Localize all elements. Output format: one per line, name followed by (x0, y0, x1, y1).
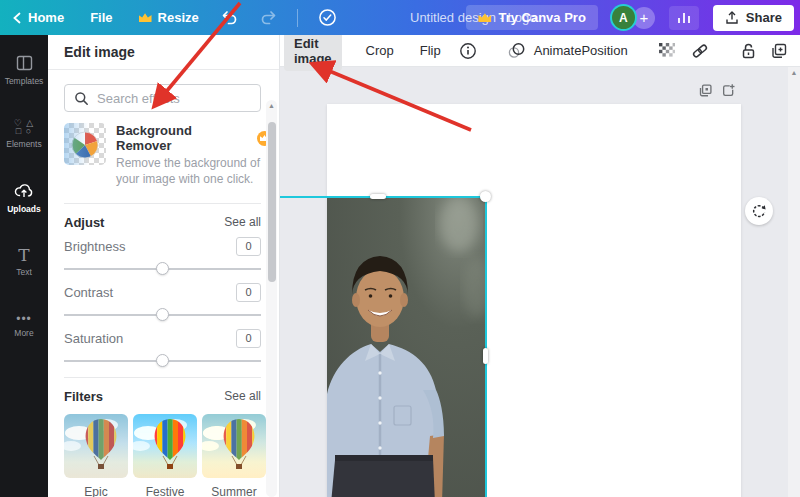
crown-icon (478, 13, 491, 22)
file-label: File (90, 10, 112, 25)
sidebar-item-text[interactable]: T Text (0, 233, 48, 291)
background-remover-item[interactable]: Background Remover Remove the background… (64, 123, 261, 188)
sidebar-item-uploads[interactable]: Uploads (0, 169, 48, 227)
crop-button[interactable]: Crop (366, 43, 394, 58)
elements-icon: ♡ △ □ ○ (14, 119, 35, 135)
panel-scrollbar[interactable]: ▲ (266, 100, 277, 497)
scroll-up-arrow-icon[interactable]: ▲ (788, 69, 800, 76)
sidebar-item-label: Uploads (7, 204, 41, 214)
canvas-area[interactable]: ▲ (280, 67, 800, 497)
sidebar: Templates ♡ △ □ ○ Elements Uploads T Tex… (0, 35, 48, 497)
panel-scrollbar-thumb[interactable] (268, 122, 276, 282)
filter-summer[interactable]: Summer (202, 414, 266, 497)
scroll-up-arrow-icon[interactable]: ▲ (266, 102, 277, 109)
lock-icon (740, 42, 757, 60)
sidebar-item-templates[interactable]: Templates (0, 41, 48, 99)
info-icon (459, 42, 477, 60)
topbar-separator (297, 9, 298, 27)
contrast-label: Contrast (64, 285, 113, 300)
transparency-button[interactable] (658, 42, 675, 59)
avatar[interactable]: A (612, 6, 635, 29)
animate-label: Animate (534, 43, 582, 58)
duplicate-button[interactable] (770, 42, 788, 60)
redo-icon (259, 10, 279, 26)
add-page-icon (721, 83, 736, 98)
saturation-slider-thumb[interactable] (156, 354, 169, 367)
section-divider (64, 203, 261, 204)
background-remover-title: Background Remover (116, 123, 251, 153)
animate-icon (507, 42, 526, 59)
filters-see-all-link[interactable]: See all (224, 389, 261, 403)
brightness-slider-thumb[interactable] (156, 262, 169, 275)
resize-button[interactable]: Resize (139, 10, 199, 25)
contrast-slider[interactable] (64, 314, 261, 316)
crown-icon (139, 13, 152, 22)
try-canva-pro-button[interactable]: Try Canva Pro (466, 5, 597, 30)
animate-button[interactable]: Animate (507, 42, 582, 59)
add-page-button[interactable] (721, 83, 736, 102)
rotate-button[interactable] (745, 197, 773, 225)
sidebar-item-label: Templates (5, 76, 44, 86)
insights-button[interactable] (669, 6, 699, 30)
filter-festive-thumbnail (133, 414, 197, 478)
lock-button[interactable] (740, 42, 757, 60)
redo-button[interactable] (259, 10, 279, 26)
search-effects-box[interactable] (64, 84, 261, 112)
duplicate-page-icon (698, 83, 713, 98)
brightness-value-field[interactable]: 0 (236, 237, 261, 256)
sidebar-item-elements[interactable]: ♡ △ □ ○ Elements (0, 105, 48, 163)
filters-section-title: Filters (64, 389, 103, 404)
sidebar-item-more[interactable]: ••• More (0, 297, 48, 355)
background-remover-description: Remove the background of your image with… (116, 156, 272, 188)
position-button[interactable]: Position (581, 43, 627, 58)
top-bar: Home File Resize Untitled design - Logo … (0, 0, 800, 35)
selection-right-border (485, 196, 487, 497)
selection-top-handle[interactable] (370, 194, 386, 199)
contrast-slider-thumb[interactable] (156, 308, 169, 321)
edit-image-tab[interactable]: Edit image (284, 31, 342, 71)
uploaded-photo[interactable] (327, 198, 487, 497)
adjust-section-title: Adjust (64, 215, 104, 230)
topbar-right-cluster: Try Canva Pro A + Share (466, 0, 794, 35)
transparency-checkerboard-icon (658, 42, 675, 59)
portrait-photo (327, 198, 487, 497)
filter-label: Epic (64, 485, 128, 497)
saturation-slider[interactable] (64, 360, 261, 362)
chevron-left-icon (12, 12, 22, 24)
undo-button[interactable] (219, 10, 239, 26)
saturation-value-field[interactable]: 0 (236, 329, 261, 348)
info-button[interactable] (459, 42, 477, 60)
link-icon (690, 42, 710, 60)
panel-title: Edit image (48, 35, 279, 70)
sidebar-item-label: More (14, 328, 33, 338)
filter-label: Summer (202, 485, 266, 497)
design-page[interactable] (327, 104, 741, 497)
rotate-icon (751, 203, 767, 219)
contrast-value-field[interactable]: 0 (236, 283, 261, 302)
filter-festive[interactable]: Festive (133, 414, 197, 497)
home-label: Home (28, 10, 64, 25)
home-button[interactable]: Home (12, 10, 64, 25)
file-menu-button[interactable]: File (90, 10, 112, 25)
flip-button[interactable]: Flip (420, 43, 441, 58)
search-input[interactable] (97, 91, 247, 106)
filter-summer-thumbnail (202, 414, 266, 478)
search-icon (74, 91, 89, 106)
brightness-slider[interactable] (64, 268, 261, 270)
saved-status-button[interactable] (318, 8, 337, 27)
cloud-check-icon (318, 8, 337, 27)
selection-right-handle[interactable] (483, 348, 488, 364)
resize-label: Resize (158, 10, 199, 25)
edit-image-panel: Edit image (48, 35, 280, 497)
duplicate-page-button[interactable] (698, 83, 713, 102)
link-button[interactable] (690, 42, 710, 60)
selection-corner-handle[interactable] (480, 191, 491, 202)
uploads-icon (14, 182, 34, 200)
sidebar-item-label: Text (16, 267, 32, 277)
filter-epic[interactable]: Epic (64, 414, 128, 497)
filter-epic-thumbnail (64, 414, 128, 478)
adjust-see-all-link[interactable]: See all (224, 215, 261, 229)
canvas-scrollbar[interactable]: ▲ (788, 67, 800, 497)
share-button[interactable]: Share (713, 5, 794, 31)
add-member-button[interactable]: + (633, 7, 655, 29)
